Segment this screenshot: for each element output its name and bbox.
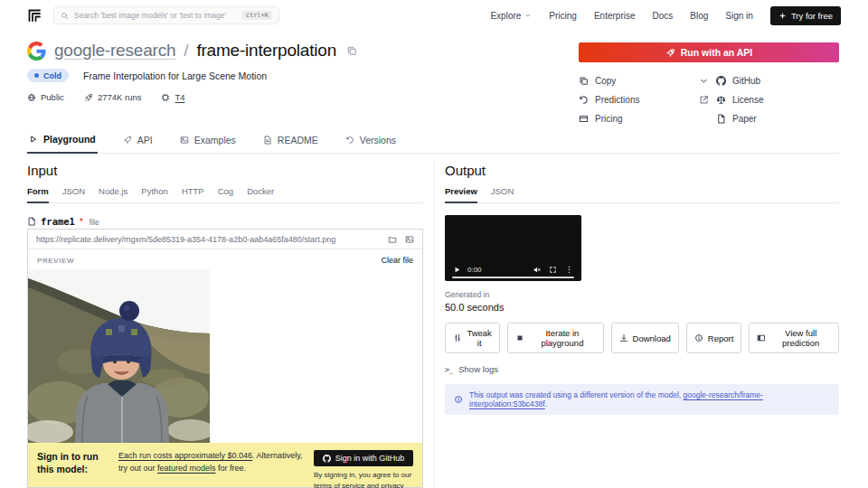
field-type: file — [90, 218, 99, 227]
nav-blog[interactable]: Blog — [690, 11, 708, 21]
sign-in-bar: Sign in to run this model: Each run cost… — [28, 443, 422, 487]
pricing-action[interactable]: Pricing — [579, 114, 716, 124]
sidebar-icon — [757, 333, 766, 343]
model-actions: Run with an API Copy Predictions Pricing — [579, 42, 839, 124]
download-button[interactable]: Download — [611, 323, 679, 353]
nav-enterprise[interactable]: Enterprise — [594, 11, 636, 21]
chevron-down-icon — [524, 12, 532, 19]
terms-of-service-link[interactable]: terms of service — [314, 482, 364, 488]
sign-in-with-github-button[interactable]: Sign in with GitHub — [314, 450, 413, 466]
mute-icon[interactable] — [533, 266, 541, 274]
video-time: 0:00 — [467, 266, 482, 274]
copy-action[interactable]: Copy — [579, 76, 716, 86]
search-placeholder: Search 'best image models' or 'text to i… — [74, 11, 226, 20]
input-tab-http[interactable]: HTTP — [182, 186, 204, 202]
sign-in-description: Each run costs approximately $0.046. Alt… — [118, 450, 305, 487]
model-name: frame-interpolation — [196, 41, 336, 61]
input-tab-form[interactable]: Form — [27, 186, 49, 203]
preview-header: PREVIEW Clear file — [28, 249, 422, 269]
input-format-tabs: Form JSON Node.js Python HTTP Cog Docker — [27, 186, 423, 203]
nav-explore[interactable]: Explore — [490, 11, 532, 21]
iterate-in-playground-button[interactable]: Iterate in playground — [507, 323, 603, 353]
status-badge: Cold — [27, 69, 69, 82]
input-tab-python[interactable]: Python — [141, 186, 168, 202]
output-tab-json[interactable]: JSON — [491, 186, 514, 202]
model-tab-bar: Playground API Examples README Versions — [27, 130, 839, 154]
sign-in-lead: Sign in to run this model: — [37, 450, 109, 487]
paper-action[interactable]: Paper — [716, 114, 839, 124]
tweak-it-button[interactable]: Tweak it — [445, 323, 500, 353]
license-action[interactable]: License — [716, 95, 839, 105]
chip-icon — [161, 93, 170, 102]
visibility-meta: Public — [27, 92, 64, 102]
sliders-icon — [453, 333, 462, 343]
history-icon — [345, 136, 354, 145]
video-progress-bar[interactable] — [452, 277, 574, 278]
rocket-icon — [123, 136, 132, 145]
play-icon[interactable] — [453, 266, 461, 274]
chevron-down-icon[interactable] — [699, 76, 709, 86]
rocket-icon — [84, 93, 93, 102]
info-circle-icon — [694, 333, 703, 343]
nav-sign-in[interactable]: Sign in — [725, 11, 753, 21]
input-tab-docker[interactable]: Docker — [247, 186, 274, 202]
output-panel: Output Preview JSON 0:00 Generated in 50… — [445, 155, 839, 415]
image-icon[interactable] — [405, 235, 414, 244]
tab-playground[interactable]: Playground — [27, 130, 98, 154]
document-icon — [263, 136, 272, 145]
tab-api[interactable]: API — [121, 130, 155, 153]
model-header: google-research / frame-interpolation Co… — [27, 41, 839, 129]
top-navbar: Search 'best image models' or 'text to i… — [0, 0, 868, 31]
tab-examples[interactable]: Examples — [178, 130, 238, 153]
folder-icon[interactable] — [388, 235, 397, 244]
title-slash: / — [184, 41, 188, 61]
input-tab-json[interactable]: JSON — [62, 186, 85, 202]
search-shortcut-badge: ctrl+K — [242, 11, 272, 20]
clear-file-button[interactable]: Clear file — [381, 256, 413, 265]
globe-icon — [27, 93, 36, 102]
github-action[interactable]: GitHub — [716, 76, 839, 86]
view-full-prediction-button[interactable]: View full prediction — [749, 323, 839, 353]
nav-pricing[interactable]: Pricing — [549, 11, 577, 21]
tab-versions[interactable]: Versions — [344, 130, 398, 153]
try-for-free-button[interactable]: Try for free — [770, 6, 841, 25]
version-notice-banner: This output was created using a differen… — [445, 384, 839, 415]
file-url-input[interactable]: https://replicate.delivery/mgxm/5de85319… — [36, 235, 380, 244]
copy-model-name-icon[interactable] — [346, 45, 357, 56]
run-with-api-button[interactable]: Run with an API — [579, 42, 839, 62]
google-logo — [27, 42, 46, 61]
card-icon — [579, 114, 589, 124]
tab-readme[interactable]: README — [261, 130, 320, 153]
kebab-menu-icon[interactable] — [565, 266, 573, 274]
cost-link[interactable]: Each run costs approximately $0.046 — [118, 451, 252, 460]
input-tab-nodejs[interactable]: Node.js — [99, 186, 127, 202]
featured-models-link[interactable]: featured models — [157, 464, 216, 473]
nav-docs[interactable]: Docs — [653, 11, 674, 21]
status-dot — [34, 73, 39, 78]
output-tab-preview[interactable]: Preview — [445, 186, 477, 203]
replicate-logo[interactable] — [27, 8, 42, 23]
paper-icon — [716, 114, 726, 124]
field-name: frame1 — [41, 216, 75, 227]
report-button[interactable]: Report — [686, 323, 742, 353]
predictions-action[interactable]: Predictions — [579, 95, 716, 105]
top-nav-links: Explore Pricing Enterprise Docs Blog Sig… — [490, 6, 841, 25]
terms-text: By signing in, you agree to our terms of… — [314, 470, 413, 488]
show-logs-toggle[interactable]: >_ Show logs — [445, 364, 839, 374]
required-mark: * — [80, 217, 83, 227]
hardware-meta[interactable]: T4 — [161, 92, 184, 102]
rocket-icon — [665, 48, 675, 58]
video-player[interactable]: 0:00 — [445, 215, 581, 281]
frame1-field-label: frame1* file — [27, 216, 423, 227]
model-tagline: Frame Interpolation for Large Scene Moti… — [83, 70, 267, 81]
generated-in-value: 50.0 seconds — [445, 302, 839, 313]
fullscreen-icon[interactable] — [549, 266, 557, 274]
search-input[interactable]: Search 'best image models' or 'text to i… — [53, 6, 279, 24]
model-owner-link[interactable]: google-research — [54, 41, 175, 61]
input-tab-cog[interactable]: Cog — [218, 186, 233, 202]
file-url-row: https://replicate.delivery/mgxm/5de85319… — [28, 230, 422, 249]
image-icon — [180, 136, 189, 145]
output-heading: Output — [445, 163, 839, 178]
video-controls: 0:00 — [445, 266, 581, 274]
output-format-tabs: Preview JSON — [445, 186, 839, 203]
